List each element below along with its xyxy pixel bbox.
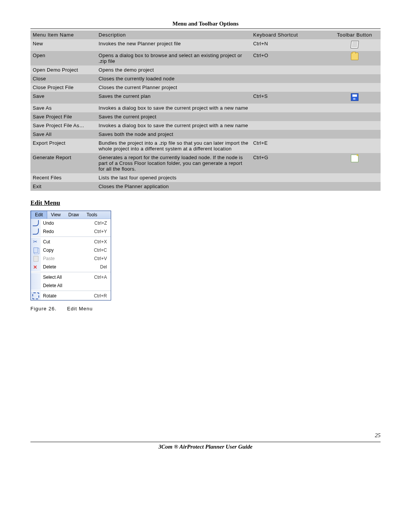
- cut-icon: ✂: [33, 239, 38, 244]
- cell-shortcut: Ctrl+O: [251, 51, 328, 66]
- menu-item-label: Cut: [41, 239, 84, 244]
- cell-shortcut: Ctrl+S: [251, 92, 328, 104]
- cell-name: Open: [30, 51, 96, 66]
- menubar-tab-draw[interactable]: Draw: [64, 211, 83, 219]
- menubar-tab-view[interactable]: View: [47, 211, 65, 219]
- menu-item-label: Paste: [41, 256, 84, 261]
- cell-desc: Opens a dialog box to browse and select …: [96, 51, 251, 66]
- edit-menu-dropdown: EditViewDrawTools UndoCtrl+ZRedoCtrl+Y✂C…: [30, 211, 111, 300]
- menu-item-label: Select All: [41, 275, 84, 280]
- cell-shortcut: [251, 83, 328, 92]
- cell-desc: Saves the current plan: [96, 92, 251, 104]
- menu-item-shortcut: Ctrl+Y: [84, 229, 111, 234]
- cell-toolbar-button: [328, 182, 381, 191]
- paste-icon: [33, 256, 38, 262]
- figure-number: Figure 26.: [30, 306, 57, 312]
- cell-shortcut: [251, 66, 328, 74]
- menu-item-shortcut: Ctrl+V: [84, 256, 111, 261]
- menu-item-shortcut: Del: [84, 264, 111, 270]
- menu-item-label: Undo: [41, 220, 84, 226]
- menu-item-label: Rotate: [41, 293, 84, 299]
- cell-name: Save All: [30, 130, 96, 139]
- table-row: OpenOpens a dialog box to browse and sel…: [30, 51, 381, 66]
- cell-desc: Lists the last four opened projects: [96, 173, 251, 182]
- cell-toolbar-button: [328, 121, 381, 130]
- delete-icon: ✕: [33, 264, 38, 270]
- menu-item-delete-all[interactable]: Delete All: [31, 281, 111, 290]
- table-row: Recent FilesLists the last four opened p…: [30, 173, 381, 182]
- menu-item-undo[interactable]: UndoCtrl+Z: [31, 219, 111, 227]
- cell-name: Close Project File: [30, 83, 96, 92]
- table-row: Open Demo ProjectOpens the demo project: [30, 66, 381, 74]
- cell-desc: Bundles the project into a .zip file so …: [96, 139, 251, 153]
- menu-item-label: Copy: [41, 248, 84, 253]
- menubar-tab-edit[interactable]: Edit: [31, 211, 47, 219]
- cell-toolbar-button: [328, 173, 381, 182]
- cell-toolbar-button: [328, 74, 381, 83]
- open-icon: [351, 53, 358, 60]
- menu-icon-gutter: [31, 281, 41, 290]
- copy-icon: [33, 248, 38, 253]
- cell-name: Export Project: [30, 139, 96, 153]
- cell-toolbar-button: [328, 51, 381, 66]
- table-row: Export ProjectBundles the project into a…: [30, 139, 381, 153]
- col-name: Menu Item Name: [30, 30, 96, 39]
- cell-toolbar-button: [328, 104, 381, 112]
- cell-name: Open Demo Project: [30, 66, 96, 74]
- page-number: 25: [375, 432, 381, 439]
- cell-name: Exit: [30, 182, 96, 191]
- cell-desc: Invokes a dialog box to save the current…: [96, 104, 251, 112]
- menu-item-copy[interactable]: CopyCtrl+C: [31, 246, 111, 254]
- cell-shortcut: [251, 104, 328, 112]
- menu-item-shortcut: Ctrl+A: [84, 275, 111, 280]
- cell-shortcut: [251, 182, 328, 191]
- new-icon: [350, 41, 359, 48]
- cell-toolbar-button: [328, 92, 381, 104]
- cell-desc: Generates a report for the currently loa…: [96, 153, 251, 173]
- menu-item-shortcut: Ctrl+Z: [84, 220, 111, 226]
- menu-icon-gutter: [31, 227, 41, 236]
- table-row: Save AllSaves both the node and project: [30, 130, 381, 139]
- table-row: Generate ReportGenerates a report for th…: [30, 153, 381, 173]
- menu-item-select-all[interactable]: Select AllCtrl+A: [31, 273, 111, 281]
- cell-name: New: [30, 39, 96, 51]
- col-shortcut: Keyboard Shortcut: [251, 30, 328, 39]
- figure-caption: Figure 26. Edit Menu: [30, 306, 381, 312]
- redo-icon: [33, 228, 39, 235]
- undo-icon: [33, 220, 39, 226]
- menu-item-label: Redo: [41, 229, 84, 234]
- menu-item-label: Delete: [41, 264, 84, 270]
- options-table: Menu Item Name Description Keyboard Shor…: [30, 30, 381, 191]
- cell-desc: Opens the demo project: [96, 66, 251, 74]
- menu-item-cut[interactable]: ✂CutCtrl+X: [31, 238, 111, 246]
- menu-icon-gutter: [31, 292, 41, 300]
- menubar-tab-tools[interactable]: Tools: [83, 211, 101, 219]
- cell-shortcut: Ctrl+N: [251, 39, 328, 51]
- footer-text: 3Com ® AirProtect Planner User Guide: [30, 442, 381, 450]
- cell-toolbar-button: [328, 130, 381, 139]
- table-header-row: Menu Item Name Description Keyboard Shor…: [30, 30, 381, 39]
- cell-shortcut: [251, 130, 328, 139]
- menu-item-redo[interactable]: RedoCtrl+Y: [31, 227, 111, 236]
- save-icon: [351, 93, 358, 101]
- cell-toolbar-button: [328, 66, 381, 74]
- figure-title: Edit Menu: [67, 306, 93, 312]
- menu-item-shortcut: Ctrl+C: [84, 248, 111, 253]
- cell-shortcut: [251, 112, 328, 121]
- menu-icon-gutter: [31, 273, 41, 281]
- menu-separator: [31, 236, 111, 237]
- cell-desc: Closes the current Planner project: [96, 83, 251, 92]
- cell-shortcut: Ctrl+G: [251, 153, 328, 173]
- report-icon: [351, 155, 358, 162]
- cell-name: Save Project File: [30, 112, 96, 121]
- cell-name: Recent Files: [30, 173, 96, 182]
- menu-separator: [31, 291, 111, 291]
- menu-item-delete[interactable]: ✕DeleteDel: [31, 263, 111, 271]
- cell-desc: Saves the current project: [96, 112, 251, 121]
- menubar: EditViewDrawTools: [31, 211, 111, 219]
- table-row: CloseCloses the currently loaded node: [30, 74, 381, 83]
- cell-desc: Invokes the new Planner project file: [96, 39, 251, 51]
- col-desc: Description: [96, 30, 251, 39]
- menu-item-rotate[interactable]: RotateCtrl+R: [31, 292, 111, 300]
- menu-icon-gutter: [31, 254, 41, 263]
